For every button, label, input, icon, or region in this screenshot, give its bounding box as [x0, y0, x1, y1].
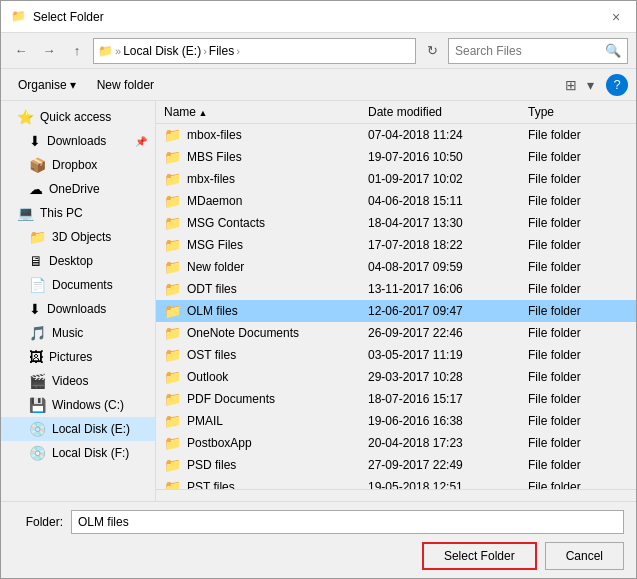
folder-icon: 📁: [164, 457, 181, 473]
downloads-icon: ⬇: [29, 301, 41, 317]
file-name: 📁 mbx-files: [164, 171, 368, 187]
crumb-drive: Local Disk (E:): [123, 44, 201, 58]
navigation-toolbar: ← → ↑ 📁 » Local Disk (E:) › Files › ↻ 🔍: [1, 33, 636, 69]
table-row[interactable]: 📁 OneNote Documents 26-09-2017 22:46 Fil…: [156, 322, 636, 344]
file-type: File folder: [528, 348, 628, 362]
table-row[interactable]: 📁 PDF Documents 18-07-2016 15:17 File fo…: [156, 388, 636, 410]
file-type: File folder: [528, 172, 628, 186]
folder-icon: 📁: [164, 281, 181, 297]
sidebar-label-downloads-pin: Downloads: [47, 134, 106, 148]
file-date: 01-09-2017 10:02: [368, 172, 528, 186]
table-row[interactable]: 📁 mbx-files 01-09-2017 10:02 File folder: [156, 168, 636, 190]
back-button[interactable]: ←: [9, 39, 33, 63]
organise-arrow: ▾: [70, 78, 76, 92]
crumb-sep-2: ›: [203, 45, 207, 57]
file-date: 04-06-2018 15:11: [368, 194, 528, 208]
up-button[interactable]: ↑: [65, 39, 89, 63]
file-date: 18-04-2017 13:30: [368, 216, 528, 230]
refresh-button[interactable]: ↻: [420, 39, 444, 63]
table-row[interactable]: 📁 PSD files 27-09-2017 22:49 File folder: [156, 454, 636, 476]
sidebar-item-downloads[interactable]: ⬇ Downloads: [1, 297, 155, 321]
folder-icon: 📁: [164, 413, 181, 429]
folder-icon: 📁: [164, 149, 181, 165]
table-row[interactable]: 📁 PST files 19-05-2018 12:51 File folder: [156, 476, 636, 489]
sidebar-item-thispc[interactable]: 💻 This PC: [1, 201, 155, 225]
sidebar-item-pictures[interactable]: 🖼 Pictures: [1, 345, 155, 369]
file-name: 📁 OLM files: [164, 303, 368, 319]
crumb-folder: Files: [209, 44, 234, 58]
view-arrow-button[interactable]: ▾: [583, 75, 598, 95]
sidebar-label-music: Music: [52, 326, 83, 340]
file-date: 03-05-2017 11:19: [368, 348, 528, 362]
file-date: 13-11-2017 16:06: [368, 282, 528, 296]
onedrive-icon: ☁: [29, 181, 43, 197]
sidebar-item-desktop[interactable]: 🖥 Desktop: [1, 249, 155, 273]
table-row[interactable]: 📁 PMAIL 19-06-2016 16:38 File folder: [156, 410, 636, 432]
table-row[interactable]: 📁 ODT files 13-11-2017 16:06 File folder: [156, 278, 636, 300]
organise-button[interactable]: Organise ▾: [9, 75, 85, 95]
table-row[interactable]: 📁 MSG Contacts 18-04-2017 13:30 File fol…: [156, 212, 636, 234]
sidebar-item-windows-c[interactable]: 💾 Windows (C:): [1, 393, 155, 417]
file-type: File folder: [528, 194, 628, 208]
col-header-type[interactable]: Type: [528, 105, 628, 119]
table-row[interactable]: 📁 PostboxApp 20-04-2018 17:23 File folde…: [156, 432, 636, 454]
file-type: File folder: [528, 216, 628, 230]
downloads-pin-icon: ⬇: [29, 133, 41, 149]
file-name: 📁 mbox-files: [164, 127, 368, 143]
organise-label: Organise: [18, 78, 67, 92]
table-row[interactable]: 📁 MSG Files 17-07-2018 18:22 File folder: [156, 234, 636, 256]
desktop-icon: 🖥: [29, 253, 43, 269]
file-type: File folder: [528, 260, 628, 274]
sidebar-item-onedrive[interactable]: ☁ OneDrive: [1, 177, 155, 201]
new-folder-button[interactable]: New folder: [93, 76, 158, 94]
file-type: File folder: [528, 282, 628, 296]
sidebar-label-thispc: This PC: [40, 206, 83, 220]
file-type: File folder: [528, 238, 628, 252]
sidebar-item-3dobjects[interactable]: 📁 3D Objects: [1, 225, 155, 249]
folder-icon: 📁: [164, 435, 181, 451]
file-name: 📁 MBS Files: [164, 149, 368, 165]
sidebar-label-desktop: Desktop: [49, 254, 93, 268]
file-date: 29-03-2017 10:28: [368, 370, 528, 384]
sidebar-item-music[interactable]: 🎵 Music: [1, 321, 155, 345]
table-row[interactable]: 📁 Outlook 29-03-2017 10:28 File folder: [156, 366, 636, 388]
table-row[interactable]: 📁 MBS Files 19-07-2016 10:50 File folder: [156, 146, 636, 168]
dropbox-icon: 📦: [29, 157, 46, 173]
file-name: 📁 OST files: [164, 347, 368, 363]
table-row[interactable]: 📁 OST files 03-05-2017 11:19 File folder: [156, 344, 636, 366]
sidebar-item-quick-access[interactable]: ⭐ Quick access: [1, 105, 155, 129]
forward-button[interactable]: →: [37, 39, 61, 63]
search-input[interactable]: [455, 44, 605, 58]
table-row[interactable]: 📁 OLM files 12-06-2017 09:47 File folder: [156, 300, 636, 322]
table-row[interactable]: 📁 MDaemon 04-06-2018 15:11 File folder: [156, 190, 636, 212]
sidebar-item-documents[interactable]: 📄 Documents: [1, 273, 155, 297]
sidebar-item-videos[interactable]: 🎬 Videos: [1, 369, 155, 393]
view-icon-button[interactable]: ⊞: [561, 75, 581, 95]
close-button[interactable]: ×: [606, 7, 626, 27]
file-name: 📁 PST files: [164, 479, 368, 489]
file-date: 04-08-2017 09:59: [368, 260, 528, 274]
col-header-name[interactable]: Name: [164, 105, 368, 119]
horizontal-scrollbar[interactable]: [156, 489, 636, 501]
table-row[interactable]: 📁 New folder 04-08-2017 09:59 File folde…: [156, 256, 636, 278]
bottom-area: Folder: Select Folder Cancel: [1, 501, 636, 578]
sidebar-item-downloads-pin[interactable]: ⬇ Downloads 📌: [1, 129, 155, 153]
dialog-title: Select Folder: [33, 10, 104, 24]
3dobjects-icon: 📁: [29, 229, 46, 245]
col-header-date[interactable]: Date modified: [368, 105, 528, 119]
folder-input[interactable]: [71, 510, 624, 534]
sidebar-item-local-f[interactable]: 💿 Local Disk (F:): [1, 441, 155, 465]
file-date: 26-09-2017 22:46: [368, 326, 528, 340]
help-button[interactable]: ?: [606, 74, 628, 96]
cancel-button[interactable]: Cancel: [545, 542, 624, 570]
address-bar[interactable]: 📁 » Local Disk (E:) › Files ›: [93, 38, 416, 64]
sidebar-item-dropbox[interactable]: 📦 Dropbox: [1, 153, 155, 177]
quick-access-icon: ⭐: [17, 109, 34, 125]
search-box: 🔍: [448, 38, 628, 64]
file-date: 27-09-2017 22:49: [368, 458, 528, 472]
sidebar-label-local-e: Local Disk (E:): [52, 422, 130, 436]
select-folder-button[interactable]: Select Folder: [422, 542, 537, 570]
table-row[interactable]: 📁 mbox-files 07-04-2018 11:24 File folde…: [156, 124, 636, 146]
file-date: 12-06-2017 09:47: [368, 304, 528, 318]
sidebar-item-local-e[interactable]: 💿 Local Disk (E:): [1, 417, 155, 441]
